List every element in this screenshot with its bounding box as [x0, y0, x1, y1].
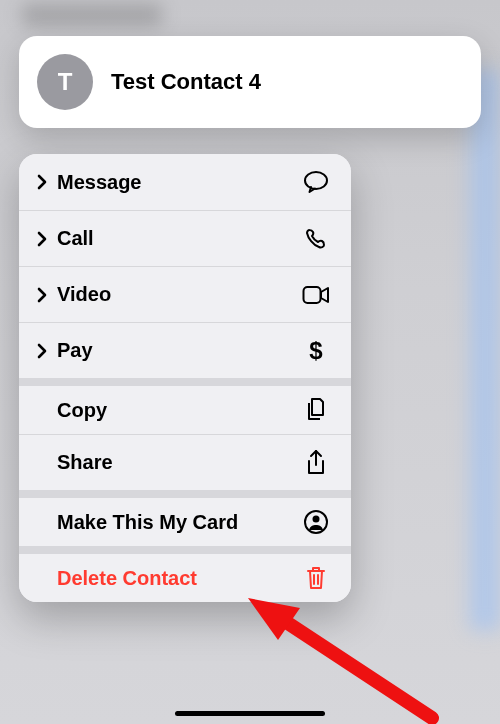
menu-item-label: Message — [57, 171, 301, 194]
chevron-right-icon — [33, 174, 51, 190]
avatar-initial: T — [58, 68, 73, 96]
menu-item-share[interactable]: Share — [19, 434, 351, 490]
menu-item-copy[interactable]: Copy — [19, 378, 351, 434]
share-icon — [301, 449, 331, 477]
chevron-right-icon — [33, 287, 51, 303]
menu-item-label: Delete Contact — [57, 567, 301, 590]
menu-item-video[interactable]: Video — [19, 266, 351, 322]
avatar: T — [37, 54, 93, 110]
menu-item-label: Pay — [57, 339, 301, 362]
svg-rect-1 — [304, 287, 321, 303]
trash-icon — [301, 565, 331, 591]
copy-icon — [301, 397, 331, 423]
menu-item-label: Call — [57, 227, 301, 250]
speech-bubble-icon — [301, 170, 331, 194]
contact-name: Test Contact 4 — [111, 69, 261, 95]
menu-item-pay[interactable]: Pay $ — [19, 322, 351, 378]
svg-point-0 — [305, 172, 327, 189]
svg-text:$: $ — [309, 338, 323, 364]
menu-item-message[interactable]: Message — [19, 154, 351, 210]
chevron-right-icon — [33, 231, 51, 247]
menu-item-label: Copy — [57, 399, 301, 422]
context-menu: Message Call Video Pay $ Copy — [19, 154, 351, 602]
contact-card[interactable]: T Test Contact 4 — [19, 36, 481, 128]
video-icon — [301, 285, 331, 305]
menu-item-delete-contact[interactable]: Delete Contact — [19, 546, 351, 602]
chevron-right-icon — [33, 343, 51, 359]
menu-item-label: Video — [57, 283, 301, 306]
phone-icon — [301, 227, 331, 251]
menu-item-label: Share — [57, 451, 301, 474]
menu-item-label: Make This My Card — [57, 511, 301, 534]
person-circle-icon — [301, 509, 331, 535]
svg-point-4 — [313, 516, 320, 523]
dollar-icon: $ — [301, 338, 331, 364]
menu-item-call[interactable]: Call — [19, 210, 351, 266]
menu-item-make-my-card[interactable]: Make This My Card — [19, 490, 351, 546]
home-indicator — [175, 711, 325, 716]
